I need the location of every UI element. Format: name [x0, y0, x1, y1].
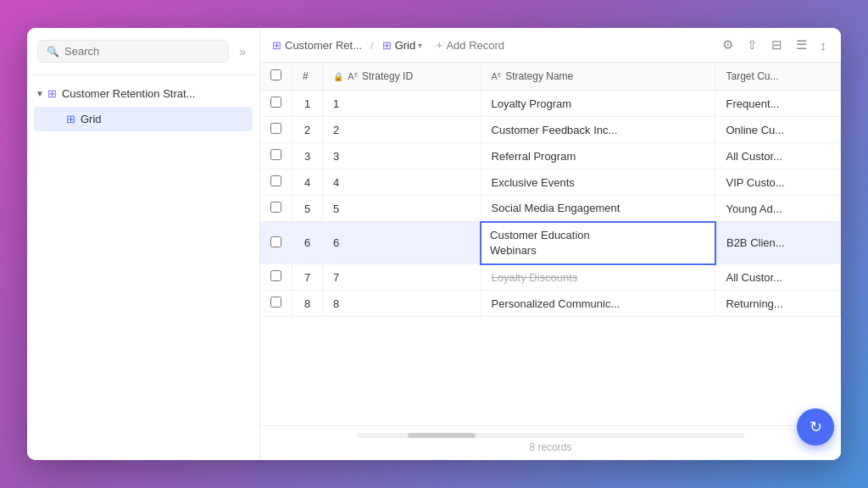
row-1-target: Frequent...	[715, 91, 841, 117]
refresh-icon: ↻	[810, 418, 822, 436]
lock-icon: 🔒	[333, 72, 343, 81]
row-5-id: 5	[323, 196, 481, 222]
collapse-sidebar-button[interactable]: »	[236, 43, 249, 60]
row-4-strategy-name[interactable]: Exclusive Events	[481, 169, 715, 196]
scrollbar-thumb[interactable]	[408, 433, 476, 438]
row-5-num: 5	[292, 196, 323, 222]
row-8-target: Returning...	[715, 291, 841, 317]
table-row-selected: 6 6 Customer EducationWebinars B2B Clien…	[260, 222, 841, 264]
row-2-num: 2	[292, 117, 323, 143]
toolbar-right: ⚙ ⇧ ⊟ ☰ ↕	[720, 35, 830, 55]
row-checkbox[interactable]	[270, 270, 281, 281]
row-checkbox[interactable]	[270, 175, 281, 186]
add-record-label: Add Record	[446, 39, 504, 52]
table-row: 3 3 Referral Program All Custor...	[260, 143, 841, 169]
filter-icon-button[interactable]: ⊟	[769, 35, 785, 55]
table-row: 8 8 Personalized Communic... Returning..…	[260, 291, 841, 317]
fab-button[interactable]: ↻	[797, 408, 834, 446]
row-checkbox[interactable]	[270, 149, 281, 160]
row-checkbox[interactable]	[270, 236, 281, 247]
chevron-down-icon: ▾	[418, 41, 422, 50]
row-checkbox[interactable]	[270, 297, 281, 308]
header-strategy-name[interactable]: Aᴱ Strategy Name	[481, 63, 715, 91]
col-label-target-customer: Target Cu...	[726, 70, 778, 82]
col-label-strategy-name: Strategy Name	[505, 70, 573, 82]
database-icon: ⊞	[272, 39, 281, 52]
columns-icon-button[interactable]: ☰	[793, 35, 810, 55]
row-6-id: 6	[323, 222, 481, 264]
row-7-check[interactable]	[260, 264, 292, 291]
plus-icon: +	[436, 38, 442, 52]
table-row: 5 5 Social Media Engagement Young Ad...	[260, 196, 841, 222]
sort-icon-button[interactable]: ↕	[818, 36, 830, 55]
row-6-target: B2B Clien...	[715, 222, 841, 264]
row-6-num: 6	[292, 222, 323, 264]
row-3-target: All Custor...	[715, 143, 841, 169]
grid-wrapper: # 🔒 Aᴱ Strategy ID Aᴱ Strategy Name Targ…	[260, 63, 841, 425]
field-type-icon: Aᴱ	[348, 71, 357, 81]
select-all-checkbox[interactable]	[270, 69, 281, 80]
table-row: 1 1 Loyalty Program Frequent...	[260, 91, 841, 117]
row-8-num: 8	[292, 291, 323, 317]
horizontal-scrollbar[interactable]	[357, 433, 744, 438]
row-3-check[interactable]	[260, 143, 292, 169]
data-grid: # 🔒 Aᴱ Strategy ID Aᴱ Strategy Name Targ…	[260, 63, 841, 317]
field-type-icon-2: Aᴱ	[492, 71, 501, 81]
col-label-strategy-id: Strategy ID	[362, 70, 413, 82]
row-3-strategy-name[interactable]: Referral Program	[481, 143, 715, 169]
row-7-id: 7	[323, 264, 481, 291]
row-7-strategy-name[interactable]: Loyalty Discounts	[481, 264, 715, 291]
view-dropdown[interactable]: Grid ▾	[395, 39, 423, 52]
view-icon: ⊞	[382, 39, 392, 52]
row-8-check[interactable]	[260, 291, 292, 317]
sidebar-grid-label: Grid	[81, 113, 102, 125]
header-target-customer[interactable]: Target Cu...	[715, 63, 841, 91]
view-label: Grid	[395, 39, 416, 52]
search-box[interactable]: 🔍	[37, 40, 229, 63]
main-content: ⊞ Customer Ret... / ⊞ Grid ▾ + Add Recor…	[260, 28, 841, 460]
sidebar-item-grid[interactable]: ⊞ Grid	[34, 107, 253, 131]
grid-icon: ⊞	[66, 113, 75, 125]
header-strategy-id[interactable]: 🔒 Aᴱ Strategy ID	[323, 63, 481, 91]
settings-icon-button[interactable]: ⚙	[720, 35, 736, 55]
breadcrumb-view[interactable]: ⊞ Grid ▾	[382, 39, 423, 52]
tree-arrow-icon: ▼	[36, 89, 44, 98]
row-6-check[interactable]	[260, 222, 292, 264]
row-8-strategy-name[interactable]: Personalized Communic...	[481, 291, 715, 317]
row-1-id: 1	[323, 91, 481, 117]
search-icon: 🔍	[47, 46, 59, 58]
row-checkbox[interactable]	[270, 202, 281, 213]
add-record-button[interactable]: + Add Record	[429, 35, 511, 55]
row-7-target: All Custor...	[715, 264, 841, 291]
row-3-num: 3	[292, 143, 323, 169]
grid-footer: 8 records	[260, 425, 841, 460]
row-checkbox[interactable]	[270, 123, 281, 134]
breadcrumb-db[interactable]: ⊞ Customer Ret...	[272, 39, 362, 52]
table-row: 2 2 Customer Feedback Inc... Online Cu..…	[260, 117, 841, 143]
search-input[interactable]	[64, 45, 220, 58]
sidebar-tree: ▼ ⊞ Customer Retention Strat... ⊞ Grid	[27, 75, 259, 140]
record-count: 8 records	[529, 441, 571, 453]
row-checkbox[interactable]	[270, 97, 281, 108]
sidebar: 🔍 » ▼ ⊞ Customer Retention Strat... ⊞ Gr…	[27, 28, 260, 460]
row-2-id: 2	[323, 117, 481, 143]
row-6-strategy-name-highlighted[interactable]: Customer EducationWebinars	[481, 222, 715, 264]
share-icon-button[interactable]: ⇧	[744, 35, 760, 55]
row-1-strategy-name[interactable]: Loyalty Program	[481, 91, 715, 117]
row-1-num: 1	[292, 91, 323, 117]
header-checkbox[interactable]	[260, 63, 292, 91]
row-5-strategy-name[interactable]: Social Media Engagement	[481, 196, 715, 222]
row-5-check[interactable]	[260, 196, 292, 222]
row-4-check[interactable]	[260, 169, 292, 196]
table-icon: ⊞	[47, 87, 57, 100]
toolbar: ⊞ Customer Ret... / ⊞ Grid ▾ + Add Recor…	[260, 28, 841, 63]
row-2-strategy-name[interactable]: Customer Feedback Inc...	[481, 117, 715, 143]
grid-header-row: # 🔒 Aᴱ Strategy ID Aᴱ Strategy Name Targ…	[260, 63, 841, 91]
row-2-check[interactable]	[260, 117, 292, 143]
row-1-check[interactable]	[260, 91, 292, 117]
table-row: 4 4 Exclusive Events VIP Custo...	[260, 169, 841, 196]
row-3-id: 3	[323, 143, 481, 169]
breadcrumb-db-label: Customer Ret...	[285, 39, 362, 52]
sidebar-item-table[interactable]: ▼ ⊞ Customer Retention Strat...	[27, 82, 259, 105]
row-4-target: VIP Custo...	[715, 169, 841, 196]
